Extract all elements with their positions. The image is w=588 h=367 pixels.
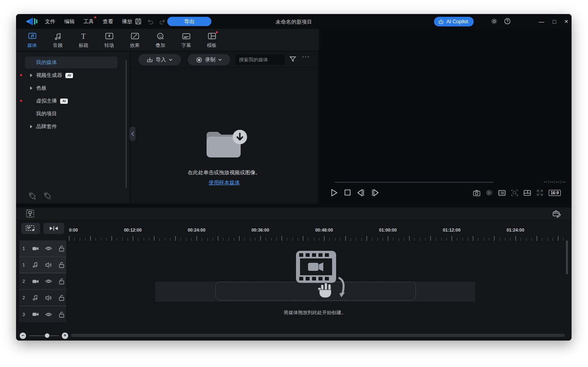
sidebar-item-color-board[interactable]: 色板 xyxy=(25,82,118,94)
toggle-visibility-icon[interactable] xyxy=(45,246,59,251)
notification-dot xyxy=(216,31,218,33)
track-header-video-3[interactable]: 3 xyxy=(19,306,66,323)
menu-file[interactable]: 文件 xyxy=(45,18,55,25)
record-button[interactable]: 录制 xyxy=(188,54,230,65)
sidebar-item-my-media[interactable]: 我的媒体 xyxy=(25,56,118,69)
tab-media[interactable]: 媒体 xyxy=(19,29,45,51)
toggle-visibility-icon[interactable] xyxy=(45,278,59,284)
video-track-icon xyxy=(32,311,45,317)
help-icon[interactable] xyxy=(504,18,511,25)
sidebar-item-my-projects[interactable]: 我的项目 xyxy=(25,108,118,120)
minimize-button[interactable]: — xyxy=(537,14,546,29)
title-text-icon: T xyxy=(81,32,86,40)
audio-track-icon xyxy=(32,262,45,268)
timeline-vertical-scrollbar[interactable] xyxy=(566,240,568,274)
tab-title[interactable]: T 标题 xyxy=(71,29,96,51)
ai-copilot-button[interactable]: AI Copilot xyxy=(434,17,474,26)
export-button[interactable]: 导出 xyxy=(167,17,211,26)
menu-play[interactable]: 播放 xyxy=(122,18,132,25)
preview-layout-icon[interactable] xyxy=(523,190,531,196)
preview-tools: 16:9 xyxy=(473,189,561,196)
timeline-drop-hint: 将媒体拖放到此处开始创建。 xyxy=(154,309,475,316)
remove-tag-icon[interactable] xyxy=(43,192,53,200)
close-gap-button[interactable] xyxy=(43,223,64,234)
import-dropzone[interactable] xyxy=(203,127,248,162)
transport-controls xyxy=(330,188,379,197)
chevron-down-icon xyxy=(169,58,172,61)
more-options-icon[interactable]: ··· xyxy=(302,53,310,60)
timecode-display: --:--:--:-- xyxy=(544,179,566,184)
zoom-preview-icon[interactable] xyxy=(511,189,518,196)
timeline-body: 0:00 00:12:00 00:24:00 00:36:00 00:48:00… xyxy=(16,220,572,341)
timeline-zoom-knob[interactable] xyxy=(45,333,49,338)
sidebar-item-video-generator[interactable]: 视频生成器 AI xyxy=(25,69,118,81)
music-note-icon xyxy=(54,32,62,40)
tab-effects[interactable]: 效果 xyxy=(122,29,148,51)
aspect-ratio-button[interactable]: 16:9 xyxy=(549,190,561,196)
maximize-button[interactable]: □ xyxy=(549,14,559,29)
tab-subtitles[interactable]: 字幕 xyxy=(173,29,199,51)
batch-edit-icon[interactable] xyxy=(552,210,562,218)
zoom-out-button[interactable]: − xyxy=(20,333,26,339)
playback-progress-bar[interactable] xyxy=(335,182,493,183)
marker-list-icon[interactable] xyxy=(498,190,506,196)
notification-dot xyxy=(20,100,22,102)
menu-view[interactable]: 查看 xyxy=(103,18,113,25)
sidebar-item-brand-kit[interactable]: 品牌套件 xyxy=(25,121,118,133)
redo-icon[interactable] xyxy=(159,18,166,24)
ruler-label: 01:00:00 xyxy=(379,228,397,232)
track-header-video-2[interactable]: 2 xyxy=(19,273,66,290)
mute-speaker-icon[interactable] xyxy=(45,262,59,268)
track-header-audio-1[interactable]: 1 xyxy=(19,257,66,273)
robot-icon xyxy=(438,19,444,25)
zoom-in-button[interactable]: + xyxy=(62,333,68,339)
lock-open-icon[interactable] xyxy=(59,245,69,252)
save-icon[interactable] xyxy=(135,18,142,25)
ai-badge: AI xyxy=(60,99,68,104)
lock-open-icon[interactable] xyxy=(59,294,69,301)
track-manage-icon[interactable] xyxy=(26,209,34,218)
add-placeholder-button[interactable] xyxy=(21,223,40,234)
stop-button[interactable] xyxy=(343,188,351,197)
import-button[interactable]: 导入 xyxy=(138,54,181,65)
track-header-video-1[interactable]: 1 xyxy=(19,240,66,257)
lock-open-icon[interactable] xyxy=(59,262,69,268)
add-tag-icon[interactable] xyxy=(28,192,38,200)
toggle-visibility-icon[interactable] xyxy=(45,312,59,317)
timeline-horizontal-scrollbar[interactable] xyxy=(71,334,565,337)
import-icon xyxy=(147,57,153,63)
settings-gear-icon[interactable] xyxy=(491,18,498,25)
lock-open-icon[interactable] xyxy=(59,311,69,318)
title-bar: 文件 编辑 工具 查看 播放 导出 未命名的新项目 xyxy=(16,14,572,29)
fullscreen-icon[interactable] xyxy=(536,189,543,196)
record-icon xyxy=(196,57,202,63)
play-button[interactable] xyxy=(330,188,338,197)
preview-quality-icon[interactable] xyxy=(486,189,493,196)
previous-frame-button[interactable] xyxy=(357,188,365,197)
snapshot-camera-icon[interactable] xyxy=(473,190,481,196)
ruler-label: 01:24:00 xyxy=(507,228,524,232)
ruler-ticks xyxy=(69,236,568,241)
tab-overlay[interactable]: 叠加 xyxy=(148,29,173,51)
undo-icon[interactable] xyxy=(147,18,154,24)
next-frame-button[interactable] xyxy=(371,188,379,197)
tab-transition[interactable]: 转场 xyxy=(96,29,122,51)
sample-media-link[interactable]: 使用样本媒体 xyxy=(130,179,318,186)
mute-speaker-icon[interactable] xyxy=(45,295,59,301)
media-sidebar: 我的媒体 视频生成器 AI 色板 虚拟主播 AI 我的项目 xyxy=(16,52,130,204)
subtitles-icon xyxy=(182,32,191,40)
track-header-audio-2[interactable]: 2 xyxy=(19,290,66,306)
search-input[interactable] xyxy=(236,54,285,65)
close-button[interactable]: × xyxy=(562,14,571,29)
sidebar-item-virtual-host[interactable]: 虚拟主播 AI xyxy=(25,95,118,107)
tab-audio[interactable]: 音频 xyxy=(45,29,71,51)
menu-tools[interactable]: 工具 xyxy=(83,18,94,25)
filter-icon[interactable] xyxy=(289,56,296,63)
video-track-icon xyxy=(32,278,45,284)
sidebar-scrollbar[interactable] xyxy=(126,60,127,188)
lock-open-icon[interactable] xyxy=(59,278,69,284)
menu-edit[interactable]: 编辑 xyxy=(64,18,75,25)
timeline-zoom-slider[interactable] xyxy=(29,335,59,336)
tab-templates[interactable]: 模板 xyxy=(199,29,225,51)
collapse-sidebar-handle[interactable] xyxy=(130,127,136,141)
